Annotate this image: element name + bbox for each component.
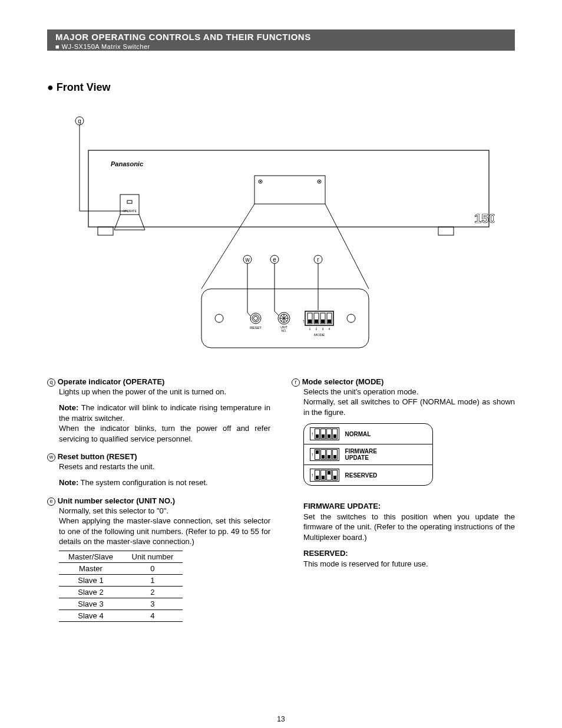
dip-detail: 1 2 3 4 xyxy=(308,313,332,331)
mode-label: MODE xyxy=(314,333,325,337)
item-r: r Mode selector (MODE) Selects the unit'… xyxy=(292,377,515,569)
item-q-body2: When the indicator blinks, turn the powe… xyxy=(59,423,270,444)
header-title: MAJOR OPERATING CONTROLS AND THEIR FUNCT… xyxy=(55,32,311,42)
dip-reserved: ↑ xyxy=(310,469,339,482)
mode-row-firmware: ↑ FIRMWARE UPDATE xyxy=(304,444,432,465)
master-slave-table: Master/SlaveUnit number Master0 Slave 11… xyxy=(59,551,183,622)
mode-label-reserved: RESERVED xyxy=(345,472,378,479)
table-row: Slave 44 xyxy=(59,610,183,621)
header-subtitle: ■ WJ-SX150A Matrix Switcher xyxy=(55,43,515,50)
svg-text:1: 1 xyxy=(309,327,311,331)
svg-rect-42 xyxy=(321,319,325,323)
mode-label-normal: NORMAL xyxy=(345,431,371,437)
dip-firmware: ↑ xyxy=(310,448,339,461)
sub-firmware-label: FIRMWARE UPDATE: xyxy=(303,502,381,510)
svg-line-19 xyxy=(325,204,369,289)
svg-rect-3 xyxy=(88,150,489,227)
svg-rect-33 xyxy=(305,311,333,325)
svg-line-53 xyxy=(275,311,279,315)
sub-firmware: FIRMWARE UPDATE: Set the switches to thi… xyxy=(303,501,515,542)
item-q-note: The indicator will blink to indicate ris… xyxy=(59,403,270,423)
dip-normal: ↑ xyxy=(310,427,339,440)
svg-text:4: 4 xyxy=(329,327,330,331)
callout-w: w xyxy=(244,256,250,263)
sub-reserved: RESERVED: This mode is reserved for futu… xyxy=(303,548,515,569)
callout-e: e xyxy=(273,256,276,263)
svg-rect-39 xyxy=(315,319,318,323)
item-e-body2: When applying the master-slave connectio… xyxy=(59,516,270,547)
ms-th2: Unit number xyxy=(123,551,183,562)
model-badge: 150 xyxy=(474,211,495,226)
brand-label: Panasonic xyxy=(111,160,143,167)
item-w-body1: Resets and restarts the unit. xyxy=(59,462,270,472)
mode-table: ↑ NORMAL ↑ FIRMWARE UPDATE xyxy=(303,423,433,486)
svg-text:↑: ↑ xyxy=(302,318,305,324)
sub-firmware-text: Set the switches to this position when y… xyxy=(303,512,515,542)
table-row: Slave 11 xyxy=(59,574,183,586)
svg-point-21 xyxy=(215,314,223,322)
item-r-body2: Normally, set all switches to OFF (NORMA… xyxy=(303,397,515,417)
svg-point-16 xyxy=(319,181,320,182)
svg-line-18 xyxy=(201,204,254,289)
svg-rect-45 xyxy=(328,319,331,323)
svg-line-9 xyxy=(114,215,120,230)
circ-r: r xyxy=(292,378,300,387)
mode-label-firmware: FIRMWARE UPDATE xyxy=(345,448,377,461)
item-q-head: Operate indicator (OPERATE) xyxy=(58,377,165,386)
svg-point-14 xyxy=(260,181,261,182)
svg-line-50 xyxy=(247,312,250,316)
item-w-note: The system configuration is not reset. xyxy=(81,478,208,487)
mode-row-normal: ↑ NORMAL xyxy=(304,424,432,444)
svg-rect-12 xyxy=(254,176,325,204)
svg-text:2: 2 xyxy=(316,327,318,331)
svg-rect-36 xyxy=(308,319,312,323)
table-row: Master0 xyxy=(59,562,183,574)
svg-line-10 xyxy=(139,215,145,230)
mode-row-reserved: ↑ RESERVED xyxy=(304,465,432,485)
ms-th1: Master/Slave xyxy=(59,551,123,562)
right-column: r Mode selector (MODE) Selects the unit'… xyxy=(292,377,515,630)
page-number: 13 xyxy=(277,715,285,723)
item-e: e Unit number selector (UNIT NO.) Normal… xyxy=(47,496,270,622)
circ-q: q xyxy=(47,378,55,387)
item-w: w Reset button (RESET) Resets and restar… xyxy=(47,452,270,488)
svg-point-24 xyxy=(254,317,258,321)
item-r-body1: Selects the unit's operation mode. xyxy=(303,387,515,397)
circ-e: e xyxy=(47,498,55,506)
table-row: Slave 33 xyxy=(59,598,183,610)
callout-q: q xyxy=(78,118,81,124)
item-w-note-label: Note: xyxy=(59,478,78,487)
device-front-diagram: q Panasonic OPERATE 150 RESET UNIT NO. ↑… xyxy=(65,112,495,360)
svg-rect-5 xyxy=(438,227,454,235)
item-q-body1: Lights up when the power of the unit is … xyxy=(59,387,270,397)
item-e-body1: Normally, set this selector to "0". xyxy=(59,506,270,516)
callout-r: r xyxy=(317,256,319,263)
svg-point-23 xyxy=(252,315,259,322)
item-e-head: Unit number selector (UNIT NO.) xyxy=(58,496,175,505)
description-columns: q Operate indicator (OPERATE) Lights up … xyxy=(47,377,515,630)
table-row: Slave 22 xyxy=(59,586,183,598)
svg-point-47 xyxy=(347,314,355,322)
svg-text:OPERATE: OPERATE xyxy=(123,209,137,213)
section-heading: ● Front View xyxy=(47,81,111,94)
sub-reserved-label: RESERVED: xyxy=(303,549,348,558)
circ-w: w xyxy=(47,453,55,462)
svg-rect-7 xyxy=(127,200,132,203)
item-w-head: Reset button (RESET) xyxy=(58,452,137,461)
sub-reserved-text: This mode is reserved for future use. xyxy=(303,559,428,568)
svg-rect-4 xyxy=(98,227,113,235)
svg-text:NO.: NO. xyxy=(282,329,287,332)
reset-label: RESET xyxy=(250,326,262,330)
page-header-bar: MAJOR OPERATING CONTROLS AND THEIR FUNCT… xyxy=(47,29,515,51)
svg-text:3: 3 xyxy=(322,327,324,331)
item-q: q Operate indicator (OPERATE) Lights up … xyxy=(47,377,270,444)
item-q-note-label: Note: xyxy=(59,403,78,412)
left-column: q Operate indicator (OPERATE) Lights up … xyxy=(47,377,270,630)
item-r-head: Mode selector (MODE) xyxy=(302,377,384,386)
